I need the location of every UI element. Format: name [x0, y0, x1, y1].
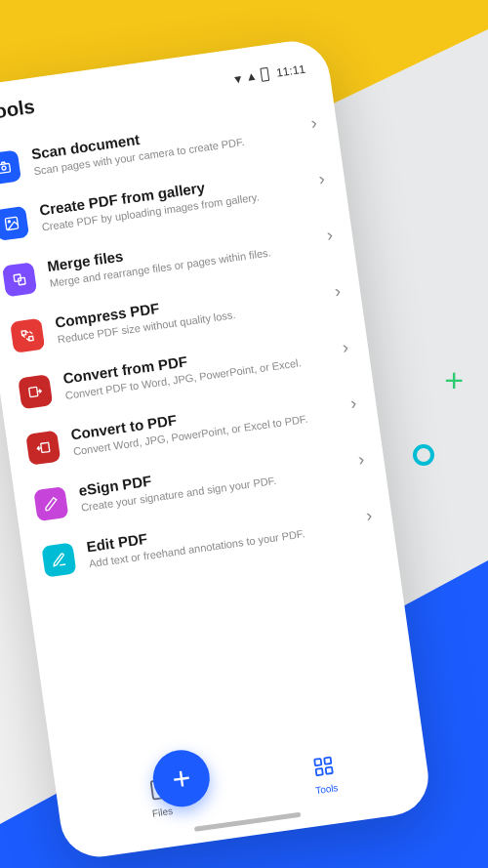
battery-icon: [260, 66, 269, 81]
gallery-icon: [0, 206, 29, 241]
chevron-right-icon: ›: [317, 168, 326, 189]
chevron-right-icon: ›: [309, 112, 318, 134]
chevron-right-icon: ›: [325, 225, 334, 246]
decorative-plus-icon: +: [444, 361, 464, 399]
nav-tools[interactable]: Tools: [240, 744, 410, 806]
clock: 11:11: [275, 62, 306, 79]
esign-icon: [33, 486, 68, 521]
chevron-right-icon: ›: [357, 449, 366, 471]
nav-tools-label: Tools: [314, 782, 339, 796]
svg-point-3: [8, 221, 10, 223]
svg-rect-10: [316, 768, 323, 775]
svg-point-1: [2, 166, 7, 171]
tools-list[interactable]: Scan documentScan pages with your camera…: [0, 84, 423, 783]
edit-icon: [41, 542, 76, 577]
svg-rect-7: [41, 442, 50, 452]
page-title: Tools: [0, 96, 36, 125]
signal-icon: [245, 68, 259, 84]
chevron-right-icon: ›: [342, 337, 350, 358]
decorative-circle-icon: [413, 444, 434, 466]
chevron-right-icon: ›: [333, 280, 342, 302]
convert-to-icon: [25, 431, 61, 466]
phone-frame: Tools 11:11 Scan documentScan pages with…: [0, 36, 433, 861]
status-icons: 11:11: [233, 61, 305, 86]
merge-icon: [2, 262, 37, 297]
wifi-icon: [233, 69, 242, 86]
svg-rect-8: [314, 759, 321, 765]
camera-icon: [0, 149, 21, 185]
nav-files-label: Files: [151, 806, 173, 819]
tools-icon: [311, 754, 337, 783]
compress-icon: [10, 318, 45, 353]
svg-rect-9: [324, 758, 331, 765]
svg-rect-6: [29, 387, 38, 396]
chevron-right-icon: ›: [349, 393, 358, 414]
convert-from-icon: [18, 374, 53, 409]
plus-icon: +: [171, 762, 193, 795]
chevron-right-icon: ›: [365, 505, 374, 526]
svg-rect-11: [326, 767, 333, 774]
